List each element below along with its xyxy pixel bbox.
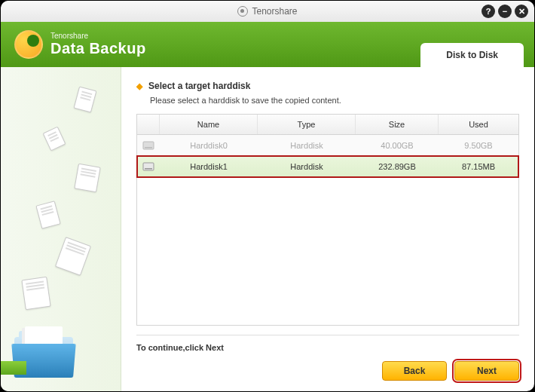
harddisk-icon xyxy=(137,161,160,172)
titlebar-brand: Tenorshare xyxy=(237,6,297,17)
header-title: Data Backup xyxy=(50,40,146,57)
sidebar-illustration xyxy=(1,67,121,391)
cell-used: 87.15MB xyxy=(439,162,518,171)
document-icon xyxy=(21,277,50,310)
app-logo-icon xyxy=(14,30,43,59)
continue-hint: To continue,click Next xyxy=(136,335,519,352)
col-icon xyxy=(137,115,160,134)
titlebar-text: Tenorshare xyxy=(252,6,297,17)
step-title-text: Select a target harddisk xyxy=(148,81,250,91)
document-icon xyxy=(74,164,100,193)
document-icon xyxy=(43,127,66,152)
step-description: Please select a harddisk to save the cop… xyxy=(150,96,519,105)
cell-size: 232.89GB xyxy=(356,162,439,171)
body: ◆ Select a target harddisk Please select… xyxy=(1,67,534,391)
cell-name: Harddisk1 xyxy=(160,162,258,171)
close-button[interactable]: ✕ xyxy=(515,5,528,18)
table-row[interactable]: Harddisk0 Harddisk 40.00GB 9.50GB xyxy=(137,135,518,156)
svg-rect-3 xyxy=(145,168,152,170)
step-title: ◆ Select a target harddisk xyxy=(136,81,519,91)
tab-disk-to-disk[interactable]: Disk to Disk xyxy=(420,43,524,67)
document-icon xyxy=(55,237,91,276)
table-body-empty xyxy=(136,178,519,326)
button-row: Back Next xyxy=(136,361,519,381)
document-icon xyxy=(74,86,97,112)
brand-logo-icon xyxy=(237,6,248,17)
back-button[interactable]: Back xyxy=(382,361,447,381)
table-header: Name Type Size Used xyxy=(137,115,518,135)
col-type[interactable]: Type xyxy=(258,115,356,134)
col-used[interactable]: Used xyxy=(439,115,518,134)
col-size[interactable]: Size xyxy=(356,115,439,134)
col-name[interactable]: Name xyxy=(160,115,258,134)
header-brand: Tenorshare xyxy=(50,32,146,40)
cell-type: Harddisk xyxy=(258,141,356,150)
window-controls: ? − ✕ xyxy=(482,5,528,18)
cell-size: 40.00GB xyxy=(356,141,439,150)
cell-name: Harddisk0 xyxy=(160,141,258,150)
sidebar xyxy=(1,67,121,391)
titlebar: Tenorshare ? − ✕ xyxy=(1,1,534,22)
help-button[interactable]: ? xyxy=(482,5,495,18)
cell-type: Harddisk xyxy=(258,162,356,171)
disk-table: Name Type Size Used Harddisk0 Harddisk 4… xyxy=(136,114,519,178)
app-window: Tenorshare ? − ✕ Tenorshare Data Backup … xyxy=(1,1,534,391)
table-row[interactable]: Harddisk1 Harddisk 232.89GB 87.15MB xyxy=(137,156,518,177)
header-text: Tenorshare Data Backup xyxy=(50,32,146,57)
document-icon xyxy=(35,201,60,229)
cell-used: 9.50GB xyxy=(439,141,518,150)
svg-rect-1 xyxy=(145,147,152,149)
footer: To continue,click Next Back Next xyxy=(136,326,519,381)
arrow-left-icon xyxy=(1,361,26,375)
bullet-icon: ◆ xyxy=(136,81,142,91)
next-button[interactable]: Next xyxy=(454,361,519,381)
harddisk-icon xyxy=(137,140,160,151)
minimize-button[interactable]: − xyxy=(498,5,512,18)
main-panel: ◆ Select a target harddisk Please select… xyxy=(121,67,534,391)
header: Tenorshare Data Backup Disk to Disk xyxy=(1,22,534,67)
